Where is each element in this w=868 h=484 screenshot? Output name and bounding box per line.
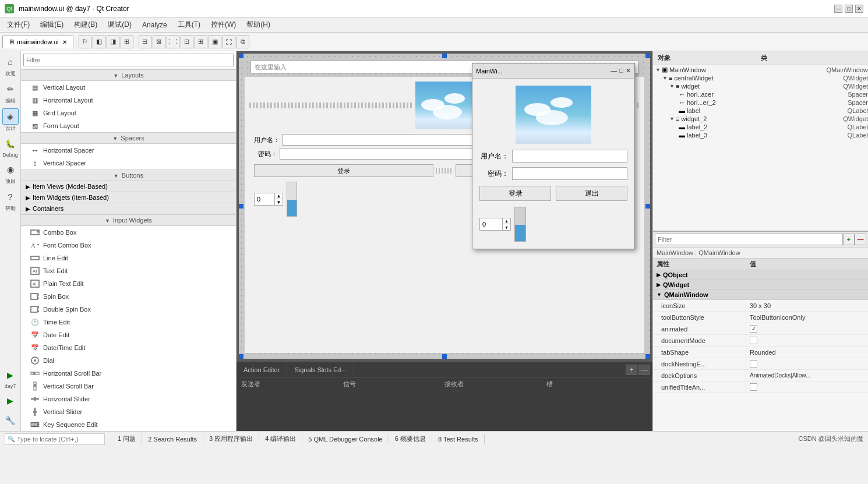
sidebar-item-plain-text-edit[interactable]: AI Plain Text Edit [21,277,236,290]
window-controls[interactable]: — □ ✕ [834,5,863,13]
prop-section-qmainwindow[interactable]: ▼ QMainWindow [653,290,868,300]
settings-tool-btn[interactable]: 🔧 [2,412,19,429]
sidebar-item-spin-box[interactable]: Spin Box [21,290,236,303]
tree-row-mainwindow[interactable]: ▼ ▣ MainWindow QMainWindow [653,65,868,74]
sidebar-item-time-edit[interactable]: 🕐 Time Edit [21,316,236,328]
tree-row-centralwidget[interactable]: ▼ ≡ centralWidget QWidget [653,74,868,82]
edit-tool-btn[interactable]: ✏ [2,81,19,97]
status-tab-4[interactable]: 4 编译输出 [259,433,302,444]
tree-arrow-widget[interactable]: ▼ [669,83,675,89]
sidebar-item-double-spin-box[interactable]: Double Spin Box [21,303,236,316]
spin-down-arrow[interactable]: ▼ [275,199,283,206]
prop-animated[interactable]: animated [653,323,868,335]
spin-up-arrow[interactable]: ▲ [275,193,283,199]
tree-arrow-centralwidget[interactable]: ▼ [662,75,668,81]
debug-tool-btn[interactable]: 🐛 [2,136,19,152]
preview-login-btn[interactable]: 登录 [479,186,551,201]
prop-tabshape[interactable]: tabShape Rounded [653,347,868,358]
locate-input[interactable] [17,434,104,444]
sidebar-item-combo-box[interactable]: Combo Box [21,226,236,239]
menu-debug[interactable]: 调试(D) [103,19,136,31]
preview-spin-up[interactable]: ▲ [503,218,510,224]
maximize-button[interactable]: □ [845,5,853,13]
preview-username-input[interactable] [512,150,627,162]
sidebar-item-horizontal-layout[interactable]: ▥ Horizontal Layout [21,94,236,107]
menu-file[interactable]: 文件(F) [2,19,34,31]
docknesting-checkbox[interactable] [750,360,757,368]
signals-slots-tab[interactable]: Signals Slots Ed··· [287,362,354,377]
menu-tools[interactable]: 工具(T) [173,19,205,31]
sidebar-item-vert-spacer[interactable]: ↕ Vertical Spacer [21,157,236,169]
animated-checkbox[interactable] [750,325,757,333]
welcome-tool-btn[interactable]: ⌂ [2,54,19,70]
run-debug-btn[interactable]: ▶ [2,393,19,409]
toolbar-btn-5[interactable]: ⊟ [139,36,151,48]
sidebar-filter-input[interactable] [23,54,234,66]
toolbar-btn-10[interactable]: ▣ [209,36,221,48]
item-widgets-expand[interactable]: ▶ Item Widgets (Item-Based) [21,192,236,203]
sidebar-item-vertical-layout[interactable]: ▤ Vertical Layout [21,81,236,94]
sidebar-item-date-edit[interactable]: 📅 Date Edit [21,328,236,341]
tree-row-label2[interactable]: ▬ label_2 QLabel [653,123,868,131]
tree-row-label[interactable]: ▬ label QLabel [653,107,868,115]
status-tab-8[interactable]: 8 Test Results [432,434,485,444]
documentmode-checkbox[interactable] [750,337,757,344]
canvas-slider[interactable] [287,182,297,217]
toolbar-btn-4[interactable]: ⊞ [121,36,133,48]
preview-spin-down[interactable]: ▼ [503,224,510,231]
status-tab-5[interactable]: 5 QML Debugger Console [302,434,389,444]
preview-close-btn[interactable]: ✕ [626,67,631,75]
toolbar-btn-1[interactable]: ⚐ [79,36,91,48]
sidebar-item-line-edit[interactable]: Line Edit [21,252,236,264]
status-tab-6[interactable]: 6 概要信息 [389,433,432,444]
sidebar-item-text-edit[interactable]: AI Text Edit [21,264,236,277]
sidebar-item-horiz-slider[interactable]: Horizontal Slider [21,393,236,405]
props-filter-input[interactable] [655,234,843,245]
help-tool-btn[interactable]: ? [2,189,19,205]
tree-arrow-widget2[interactable]: ▼ [669,116,675,122]
design-tool-btn[interactable]: ◈ [2,108,19,125]
minimize-button[interactable]: — [834,5,842,13]
sidebar-item-horiz-spacer[interactable]: ↔ Horizontal Spacer [21,144,236,157]
signal-remove-btn[interactable]: — [638,365,650,375]
toolbar-btn-3[interactable]: ◨ [107,36,119,48]
toolbar-btn-9[interactable]: ⊞ [195,36,207,48]
preview-controls[interactable]: — □ ✕ [611,67,631,75]
preview-exit-btn[interactable]: 退出 [556,186,627,201]
preview-max-btn[interactable]: □ [619,67,623,75]
menu-analyze[interactable]: Analyze [137,20,172,30]
status-tab-1[interactable]: 1 问题 [112,433,142,444]
sidebar-item-dial[interactable]: Dial [21,354,236,367]
preview-min-btn[interactable]: — [611,67,617,75]
toolbar-btn-11[interactable]: ⛶ [223,36,235,48]
toolbar-btn-2[interactable]: ◧ [93,36,105,48]
project-tool-btn[interactable]: ◉ [2,161,19,178]
status-tab-2[interactable]: 2 Search Results [142,434,203,444]
prop-section-qwidget[interactable]: ▶ QWidget [653,280,868,290]
prop-unifiedtitle[interactable]: unifiedTitleAn... [653,381,868,393]
sidebar-item-datetime-edit[interactable]: 📅 Date/Time Edit [21,341,236,354]
prop-docknesting[interactable]: dockNestingE... [653,358,868,370]
close-tab-icon[interactable]: ✕ [62,39,67,45]
canvas-login-btn[interactable]: 登录 [254,164,433,177]
menu-edit[interactable]: 编辑(E) [36,19,68,31]
sidebar-item-form-layout[interactable]: ▧ Form Layout [21,119,236,132]
containers-expand[interactable]: ▶ Containers [21,203,236,214]
preview-password-input[interactable] [512,167,627,180]
status-tab-3[interactable]: 3 应用程序输出 [203,433,259,444]
props-remove-btn[interactable]: — [855,234,866,245]
menu-build[interactable]: 构建(B) [69,19,102,31]
item-views-expand[interactable]: ▶ Item Views (Model-Based) [21,181,236,192]
toolbar-btn-12[interactable]: ⧉ [237,36,249,48]
sidebar-item-font-combo-box[interactable]: A Font Combo Box [21,239,236,252]
menu-help[interactable]: 帮助(H) [242,19,275,31]
sidebar-item-grid-layout[interactable]: ▦ Grid Layout [21,107,236,119]
preview-spinbox[interactable]: 0 ▲ ▼ [479,218,511,231]
unifiedtitle-checkbox[interactable] [750,383,757,391]
sidebar-item-key-seq-edit[interactable]: ⌨ Key Sequence Edit [21,418,236,431]
tree-row-widget2[interactable]: ▼ ≡ widget_2 QWidget [653,115,868,123]
tree-row-widget[interactable]: ▼ ≡ widget QWidget [653,82,868,90]
prop-iconsize[interactable]: iconSize 30 x 30 [653,300,868,312]
props-add-btn[interactable]: + [843,234,855,245]
toolbar-btn-8[interactable]: ⊡ [181,36,193,48]
